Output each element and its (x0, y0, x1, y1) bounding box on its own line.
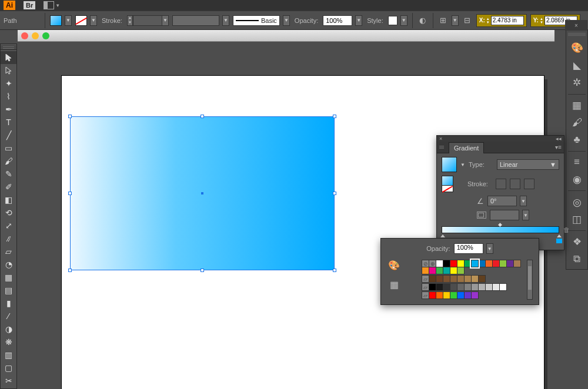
swatch-opacity-input[interactable]: 100% (454, 243, 483, 254)
resize-handle-tm[interactable] (201, 115, 204, 118)
transform-icon[interactable]: ⊟ (462, 15, 473, 26)
stroke-dropdown[interactable]: ▼ (90, 15, 97, 26)
document-titlebar[interactable] (18, 30, 554, 42)
swatch[interactable] (471, 260, 479, 267)
panel-dock-close[interactable]: × (565, 20, 587, 31)
direct-selection-tool[interactable] (1, 64, 16, 77)
rotate-tool[interactable]: ⟲ (1, 206, 16, 219)
magic-wand-tool[interactable]: ✦ (1, 77, 16, 90)
stroke-swatch[interactable] (75, 15, 87, 26)
panel-grip-icon[interactable] (439, 146, 444, 149)
pencil-tool[interactable]: ✎ (1, 167, 16, 180)
eraser-tool[interactable]: ◧ (1, 193, 16, 206)
resize-handle-ml[interactable] (68, 192, 72, 195)
swatch-scrollbar[interactable] (527, 260, 533, 300)
fill-dropdown[interactable]: ▼ (65, 15, 72, 26)
symbol-sprayer-tool[interactable]: ❋ (1, 336, 16, 348)
lasso-tool[interactable]: ⌇ (1, 90, 16, 103)
align-dropdown[interactable]: ▼ (452, 15, 459, 26)
swatches-panel-icon[interactable]: ▦ (568, 98, 586, 112)
resize-handle-bm[interactable] (201, 269, 204, 272)
panel-collapse-icon[interactable]: ◂◂ (556, 136, 562, 142)
column-graph-tool[interactable]: ▥ (1, 348, 16, 361)
gradient-tab[interactable]: Gradient (449, 142, 484, 153)
stroke-gradient-within[interactable] (496, 179, 506, 189)
rectangle-tool[interactable]: ▭ (1, 142, 16, 155)
stroke-gradient-along[interactable] (510, 179, 520, 189)
brushes-panel-icon[interactable]: 🖌 (568, 115, 586, 130)
panel-dock-grip[interactable] (568, 33, 586, 37)
swatch-opacity-dropdown[interactable]: ▼ (486, 243, 493, 254)
kuler-panel-icon[interactable]: ✲ (568, 75, 586, 90)
swatch[interactable] (457, 267, 465, 274)
swatch-grid-icon[interactable]: ▦ (390, 279, 399, 290)
swatch[interactable] (499, 283, 507, 291)
perspective-grid-tool[interactable]: ▦ (1, 271, 16, 284)
layers-panel-icon[interactable]: ❖ (568, 234, 586, 249)
paintbrush-tool[interactable]: 🖌 (1, 155, 16, 167)
graphic-style-dropdown[interactable]: ▼ (400, 15, 407, 26)
blend-tool[interactable]: ◑ (1, 323, 16, 336)
artboard-tool[interactable]: ▢ (1, 361, 16, 374)
window-close-button[interactable] (21, 32, 28, 39)
brush-dropdown[interactable]: ▼ (283, 15, 290, 26)
type-tool[interactable]: T (1, 116, 16, 129)
gradient-stroke-box[interactable] (442, 185, 453, 192)
graphic-style-swatch[interactable] (388, 16, 397, 25)
gradient-type-select[interactable]: Linear ▼ (497, 159, 559, 170)
layout-menu[interactable]: ▼ (44, 1, 60, 9)
fill-swatch[interactable] (50, 15, 62, 26)
window-minimize-button[interactable] (32, 32, 39, 39)
gradient-tool[interactable]: ▮ (1, 297, 16, 310)
swatch[interactable] (478, 275, 486, 283)
eyedropper-tool[interactable]: ⁄ (1, 310, 16, 323)
gradient-midpoint[interactable]: ◆ (498, 222, 502, 227)
slice-tool[interactable]: ✂ (1, 374, 16, 387)
opacity-dropdown[interactable]: ▼ (355, 15, 362, 26)
panel-close-icon[interactable]: × (439, 136, 442, 142)
delete-stop-icon[interactable]: 🗑 (563, 226, 570, 233)
resize-handle-tr[interactable] (333, 115, 336, 118)
app-icon-bridge[interactable]: Br (24, 1, 35, 9)
resize-handle-tl[interactable] (68, 115, 72, 118)
selection-tool[interactable] (1, 51, 16, 64)
swatch[interactable] (471, 291, 479, 299)
gradient-panel-header-grip[interactable]: × ◂◂ (437, 136, 564, 142)
swatch-palette-icon[interactable]: 🎨 (388, 260, 400, 271)
recolor-artwork-icon[interactable]: ◐ (417, 15, 428, 26)
symbols-panel-icon[interactable]: ♣ (568, 132, 586, 147)
swatch[interactable] (513, 260, 521, 267)
line-tool[interactable]: ╱ (1, 129, 16, 142)
mesh-tool[interactable]: ▤ (1, 284, 16, 297)
resize-handle-bl[interactable] (68, 269, 72, 272)
panel-menu-icon[interactable]: ▾≡ (555, 144, 562, 150)
stroke-panel-icon[interactable]: ≡ (568, 155, 586, 170)
gradient-angle-input[interactable] (487, 196, 517, 206)
brush-definition[interactable]: Basic (233, 15, 280, 26)
angle-dropdown[interactable]: ▼ (520, 196, 527, 206)
aspect-dropdown[interactable]: ▼ (522, 210, 529, 220)
pen-tool[interactable]: ✒ (1, 103, 16, 116)
align-icon[interactable]: ⊞ (438, 15, 449, 26)
resize-handle-mr[interactable] (333, 192, 336, 195)
gradient-aspect-input[interactable] (490, 210, 519, 220)
tools-panel-grip[interactable] (1, 45, 16, 50)
gradient-stop-right[interactable] (556, 237, 562, 244)
transparency-panel-icon[interactable]: ◎ (568, 195, 586, 209)
variable-width-profile[interactable] (172, 15, 219, 26)
artboards-panel-icon[interactable]: ⧉ (568, 252, 586, 267)
shape-builder-tool[interactable]: ◔ (1, 258, 16, 271)
scale-tool[interactable]: ⤢ (1, 219, 16, 232)
gradient-panel-icon[interactable]: ◉ (568, 172, 586, 187)
appearance-panel-icon[interactable]: ◫ (568, 212, 586, 227)
opacity-input[interactable]: 100% (323, 15, 352, 26)
x-input[interactable] (491, 16, 524, 25)
width-tool[interactable]: ⫽ (1, 232, 16, 245)
gradient-preview-swatch[interactable] (442, 157, 457, 172)
window-zoom-button[interactable] (42, 32, 49, 39)
variable-width-dropdown[interactable]: ▼ (222, 15, 229, 26)
free-transform-tool[interactable]: ▱ (1, 245, 16, 258)
color-guide-panel-icon[interactable]: ◣ (568, 58, 586, 73)
stroke-gradient-across[interactable] (524, 179, 534, 189)
blob-brush-tool[interactable]: ✐ (1, 180, 16, 193)
